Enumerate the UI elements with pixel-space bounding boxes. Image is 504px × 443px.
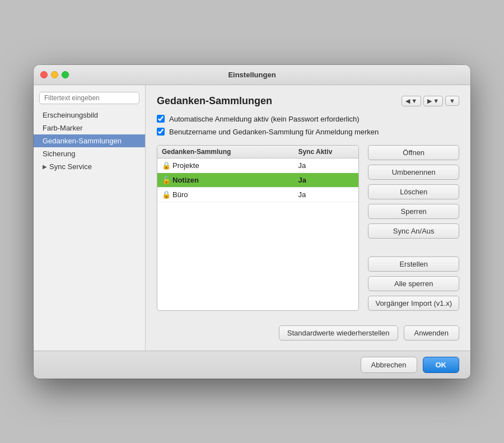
- sync-toggle-button[interactable]: Sync An/Aus: [368, 223, 459, 239]
- main-panel: Gedanken-Sammlungen ◀ ▼ ▶ ▼ ▼: [146, 85, 470, 351]
- main-header: Gedanken-Sammlungen ◀ ▼ ▶ ▼ ▼: [157, 95, 459, 107]
- sidebar-item-sync-service[interactable]: ▶ Sync Service: [34, 160, 145, 173]
- arrow-icon: ▶: [43, 164, 47, 170]
- umbenennen-button[interactable]: Umbenennen: [368, 165, 459, 180]
- table-header: Gedanken-Sammlung Sync Aktiv: [157, 146, 358, 158]
- forward-button[interactable]: ▶ ▼: [423, 96, 443, 106]
- remember-username-checkbox[interactable]: [157, 128, 165, 136]
- sidebar-item-erscheinungsbild[interactable]: Erscheinungsbild: [34, 109, 145, 122]
- col-header-name: Gedanken-Sammlung: [162, 148, 298, 156]
- preferences-window: Einstellungen Erscheinungsbild Farb-Mark…: [34, 65, 470, 379]
- content-area: Erscheinungsbild Farb-Marker Gedanken-Sa…: [34, 85, 470, 351]
- alle-sperren-button[interactable]: Alle sperren: [368, 276, 459, 291]
- col-header-sync: Sync Aktiv: [298, 148, 354, 156]
- sidebar-item-label: Sync Service: [49, 162, 92, 171]
- sidebar-item-sicherung[interactable]: Sicherung: [34, 147, 145, 160]
- sidebar: Erscheinungsbild Farb-Marker Gedanken-Sa…: [34, 85, 146, 351]
- checkbox-row-1: Automatische Anmeldung aktiv (kein Passw…: [157, 115, 459, 123]
- table-body: 🔒 Projekte Ja 🔓 Notizen Ja: [157, 158, 358, 310]
- lock-icon: 🔒: [162, 161, 170, 169]
- titlebar: Einstellungen: [34, 65, 470, 85]
- loeschen-button[interactable]: Löschen: [368, 184, 459, 199]
- row-name: 🔒 Projekte: [162, 161, 298, 170]
- vorgaenger-import-button[interactable]: Vorgänger Import (v1.x): [368, 296, 459, 311]
- row-sync: Ja: [298, 190, 354, 199]
- bottom-bar: Standardwerte wiederherstellen Anwenden: [157, 320, 459, 341]
- erstellen-button[interactable]: Erstellen: [368, 257, 459, 272]
- sidebar-item-label: Erscheinungsbild: [43, 111, 98, 119]
- nav-arrows: ◀ ▼ ▶ ▼ ▼: [402, 96, 459, 106]
- row-name: 🔓 Notizen: [162, 176, 298, 184]
- section-title: Gedanken-Sammlungen: [157, 95, 272, 107]
- action-buttons: Öffnen Umbenennen Löschen Sperren Sync A…: [368, 145, 459, 311]
- menu-button[interactable]: ▼: [445, 96, 459, 106]
- dropdown-icon: ▼: [433, 97, 439, 104]
- minimize-button[interactable]: [51, 71, 58, 78]
- auto-login-label: Automatische Anmeldung aktiv (kein Passw…: [169, 115, 360, 123]
- table-row[interactable]: 🔒 Büro Ja: [157, 188, 358, 202]
- ok-button[interactable]: OK: [423, 357, 460, 373]
- filter-input[interactable]: [39, 92, 139, 104]
- apply-button[interactable]: Anwenden: [404, 325, 459, 341]
- auto-login-checkbox[interactable]: [157, 115, 165, 123]
- sidebar-item-label: Gedanken-Sammlungen: [43, 137, 122, 145]
- left-arrow-icon: ◀: [405, 97, 410, 105]
- lock-icon: 🔒: [162, 190, 170, 198]
- close-button[interactable]: [40, 71, 48, 78]
- checkbox-row-2: Benutzername und Gedanken-Sammlung für A…: [157, 128, 459, 136]
- sperren-button[interactable]: Sperren: [368, 204, 459, 219]
- table-row[interactable]: 🔒 Projekte Ja: [157, 158, 358, 173]
- cancel-button[interactable]: Abbrechen: [361, 357, 417, 373]
- restore-defaults-button[interactable]: Standardwerte wiederherstellen: [279, 325, 398, 341]
- maximize-button[interactable]: [62, 71, 69, 78]
- footer: Abbrechen OK: [34, 351, 470, 379]
- lock-icon: 🔓: [162, 176, 170, 184]
- table-row[interactable]: 🔓 Notizen Ja: [157, 173, 358, 188]
- sidebar-item-farb-marker[interactable]: Farb-Marker: [34, 122, 145, 134]
- sidebar-item-label: Farb-Marker: [43, 124, 83, 132]
- dropdown-icon: ▼: [411, 97, 417, 104]
- row-sync: Ja: [298, 176, 354, 184]
- sidebar-item-gedanken-sammlungen[interactable]: Gedanken-Sammlungen: [34, 134, 145, 147]
- collections-table: Gedanken-Sammlung Sync Aktiv 🔒 Projekte …: [157, 145, 359, 311]
- remember-username-label: Benutzername und Gedanken-Sammlung für A…: [169, 128, 379, 136]
- row-name: 🔒 Büro: [162, 190, 298, 199]
- back-button[interactable]: ◀ ▼: [402, 96, 421, 106]
- sidebar-item-label: Sicherung: [43, 150, 76, 158]
- table-area: Gedanken-Sammlung Sync Aktiv 🔒 Projekte …: [157, 145, 459, 311]
- menu-arrow-icon: ▼: [449, 97, 455, 104]
- right-arrow-icon: ▶: [427, 97, 432, 105]
- traffic-lights: [40, 71, 69, 78]
- oeffnen-button[interactable]: Öffnen: [368, 145, 459, 160]
- window-title: Einstellungen: [228, 71, 276, 79]
- row-sync: Ja: [298, 161, 354, 170]
